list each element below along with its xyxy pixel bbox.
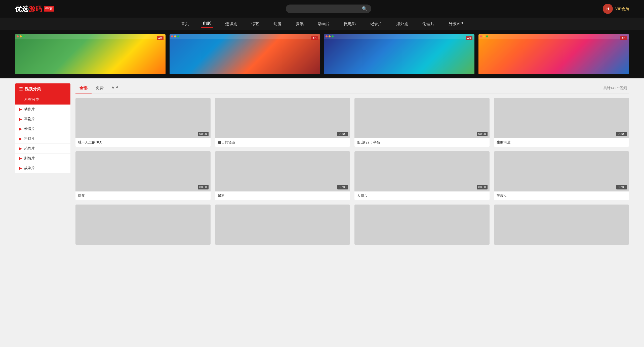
ad-badge-1: AD xyxy=(157,36,164,40)
nav-item-升级VIP[interactable]: 升级VIP xyxy=(447,20,465,28)
content-area: 全部免费VIP 共计142个视频 00:00 独一无二的伊万 00:00 粗日的… xyxy=(75,83,629,245)
video-card-7[interactable]: 00:00 大阅兵 xyxy=(354,151,490,200)
logo-badge: 中文 xyxy=(44,6,54,12)
search-input[interactable] xyxy=(290,7,362,11)
sidebar-item-label: 动作片 xyxy=(24,107,35,112)
video-card-1[interactable]: 00:00 独一无二的伊万 xyxy=(75,98,211,147)
video-thumb-2: 00:00 xyxy=(215,98,350,138)
sidebar-item-label: 战争片 xyxy=(24,166,35,170)
sidebar-title: ☰ 视频分类 xyxy=(15,83,70,95)
video-thumb-8: 00:00 xyxy=(494,151,629,191)
ad-badge-2: AD xyxy=(311,36,318,40)
sidebar-item-label: 喜剧片 xyxy=(24,117,35,121)
video-card-3[interactable]: 00:00 釜山行2：半岛 xyxy=(354,98,490,147)
video-duration-5: 00:00 xyxy=(198,185,208,189)
nav-item-记录片[interactable]: 记录片 xyxy=(368,20,384,28)
video-duration-1: 00:00 xyxy=(198,132,208,136)
video-title-6: 超速 xyxy=(215,191,350,200)
video-title-4: 生财有道 xyxy=(494,138,629,147)
nav-item-综艺[interactable]: 综艺 xyxy=(249,20,261,28)
play-icon: ▶ xyxy=(19,156,22,161)
video-duration-4: 00:00 xyxy=(616,132,627,136)
sidebar-item-喜剧片[interactable]: ▶喜剧片 xyxy=(15,114,70,124)
sidebar-item-label: 剧情片 xyxy=(24,156,35,161)
nav-item-连续剧[interactable]: 连续剧 xyxy=(223,20,239,28)
video-title-7: 大阅兵 xyxy=(354,191,490,200)
play-icon: ▶ xyxy=(19,127,22,131)
banner-item-4[interactable]: AD xyxy=(478,34,629,74)
video-thumb-1: 00:00 xyxy=(75,98,211,138)
sidebar-item-剧情片[interactable]: ▶剧情片 xyxy=(15,154,70,163)
video-thumb-5: 00:00 xyxy=(75,151,211,191)
avatar: H xyxy=(603,4,613,14)
video-card-11[interactable] xyxy=(354,205,490,245)
video-title-2: 粗日的怪谈 xyxy=(215,138,350,147)
video-title-5: 暗夜 xyxy=(75,191,211,200)
video-card-2[interactable]: 00:00 粗日的怪谈 xyxy=(215,98,350,147)
tab-全部[interactable]: 全部 xyxy=(75,83,92,93)
tab-免费[interactable]: 免费 xyxy=(92,83,108,93)
banner-section: AD AD AD xyxy=(0,30,644,78)
sidebar-all-categories[interactable]: ▶ 所有分类 xyxy=(15,95,70,105)
nav-item-电影[interactable]: 电影 xyxy=(201,20,213,28)
sidebar: ☰ 视频分类 ▶ 所有分类 ▶动作片▶喜剧片▶爱情片▶科幻片▶恐怖片▶剧情片▶战… xyxy=(15,83,70,245)
nav-item-海外剧[interactable]: 海外剧 xyxy=(394,20,410,28)
banner-item-1[interactable]: AD xyxy=(15,34,166,74)
ad-badge-3: AD xyxy=(466,36,472,40)
sidebar-title-icon: ☰ xyxy=(19,87,23,91)
nav-item-资讯[interactable]: 资讯 xyxy=(294,20,306,28)
nav: 首页电影连续剧综艺动漫资讯动画片微电影记录片海外剧伦理片升级VIP xyxy=(0,18,644,30)
user-area[interactable]: H VIP会员 xyxy=(603,4,629,14)
nav-item-动漫[interactable]: 动漫 xyxy=(271,20,284,28)
video-thumb-9 xyxy=(75,205,211,245)
nav-item-动画片[interactable]: 动画片 xyxy=(316,20,332,28)
tabs-container: 全部免费VIP xyxy=(75,83,122,93)
video-card-12[interactable] xyxy=(494,205,629,245)
nav-item-首页[interactable]: 首页 xyxy=(179,20,191,28)
sidebar-item-动作片[interactable]: ▶动作片 xyxy=(15,105,70,114)
header: 优选 源码 中文 🔍 H VIP会员 xyxy=(0,0,644,18)
video-thumb-6: 00:00 xyxy=(215,151,350,191)
logo[interactable]: 优选 源码 中文 xyxy=(15,5,54,13)
video-thumb-11 xyxy=(354,205,490,245)
tab-VIP[interactable]: VIP xyxy=(108,83,122,93)
video-title-1: 独一无二的伊万 xyxy=(75,138,211,147)
play-icon: ▶ xyxy=(19,117,22,121)
sidebar-items-list: ▶动作片▶喜剧片▶爱情片▶科幻片▶恐怖片▶剧情片▶战争片 xyxy=(15,105,70,173)
video-card-9[interactable] xyxy=(75,205,211,245)
video-thumb-4: 00:00 xyxy=(494,98,629,138)
vip-label[interactable]: VIP会员 xyxy=(615,7,629,11)
sidebar-item-label: 恐怖片 xyxy=(24,146,35,151)
play-icon: ▶ xyxy=(19,166,22,170)
nav-item-微电影[interactable]: 微电影 xyxy=(342,20,358,28)
logo-text: 优选 xyxy=(15,5,29,13)
banner-item-3[interactable]: AD xyxy=(324,34,474,74)
video-card-4[interactable]: 00:00 生财有道 xyxy=(494,98,629,147)
tabs-row: 全部免费VIP 共计142个视频 xyxy=(75,83,629,93)
video-thumb-10 xyxy=(215,205,350,245)
video-grid: 00:00 独一无二的伊万 00:00 粗日的怪谈 00:00 釜山行2：半岛 … xyxy=(75,98,629,245)
video-card-5[interactable]: 00:00 暗夜 xyxy=(75,151,211,200)
sidebar-item-科幻片[interactable]: ▶科幻片 xyxy=(15,134,70,144)
video-thumb-12 xyxy=(494,205,629,245)
ad-badge-4: AD xyxy=(620,36,627,40)
sidebar-item-label: 科幻片 xyxy=(24,136,35,141)
play-icon: ▶ xyxy=(19,136,22,141)
video-duration-2: 00:00 xyxy=(337,132,348,136)
search-bar[interactable]: 🔍 xyxy=(286,5,371,13)
video-title-3: 釜山行2：半岛 xyxy=(354,138,490,147)
total-count: 共计142个视频 xyxy=(603,86,629,90)
video-card-6[interactable]: 00:00 超速 xyxy=(215,151,350,200)
sidebar-item-战争片[interactable]: ▶战争片 xyxy=(15,163,70,173)
sidebar-item-恐怖片[interactable]: ▶恐怖片 xyxy=(15,144,70,154)
play-icon: ▶ xyxy=(19,146,22,151)
video-thumb-7: 00:00 xyxy=(354,151,490,191)
search-icon[interactable]: 🔍 xyxy=(362,6,367,12)
video-duration-7: 00:00 xyxy=(477,185,487,189)
video-duration-6: 00:00 xyxy=(337,185,348,189)
video-card-8[interactable]: 00:00 芙蓉女 xyxy=(494,151,629,200)
nav-item-伦理片[interactable]: 伦理片 xyxy=(420,20,436,28)
sidebar-item-爱情片[interactable]: ▶爱情片 xyxy=(15,124,70,134)
video-card-10[interactable] xyxy=(215,205,350,245)
banner-item-2[interactable]: AD xyxy=(170,34,320,74)
